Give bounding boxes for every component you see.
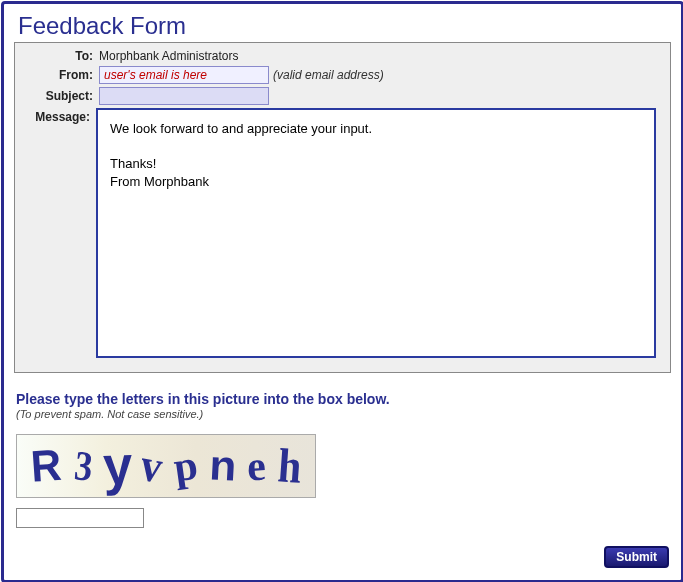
from-hint: (valid email address): [273, 66, 384, 82]
captcha-instruction: Please type the letters in this picture …: [16, 391, 671, 407]
feedback-form-frame: Feedback Form To: Morphbank Administrato…: [1, 1, 683, 582]
label-subject: Subject:: [21, 87, 99, 103]
label-from: From:: [21, 66, 99, 82]
captcha-input[interactable]: [16, 508, 144, 528]
label-message: Message:: [21, 108, 96, 124]
submit-button[interactable]: Submit: [604, 546, 669, 568]
form-box: To: Morphbank Administrators From: (vali…: [14, 42, 671, 373]
row-to: To: Morphbank Administrators: [21, 47, 664, 63]
subject-input[interactable]: [99, 87, 269, 105]
row-message: Message:: [21, 108, 664, 361]
to-value: Morphbank Administrators: [99, 47, 238, 63]
message-wrapper: [96, 108, 664, 361]
row-from: From: (valid email address): [21, 66, 664, 84]
captcha-subtext: (To prevent spam. Not case sensitive.): [16, 408, 671, 420]
label-to: To:: [21, 47, 99, 63]
captcha-section: Please type the letters in this picture …: [14, 391, 671, 528]
message-textarea[interactable]: [96, 108, 656, 358]
row-subject: Subject:: [21, 87, 664, 105]
captcha-image: R 3 y v p n e h: [16, 434, 316, 498]
from-input[interactable]: [99, 66, 269, 84]
page-title: Feedback Form: [18, 12, 671, 40]
